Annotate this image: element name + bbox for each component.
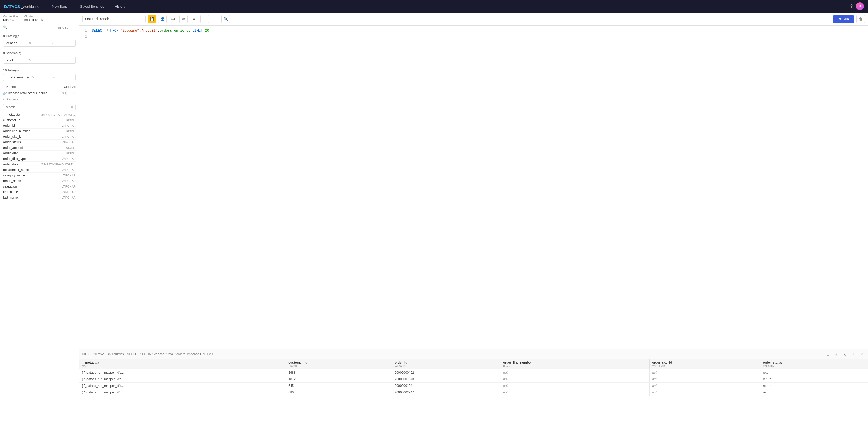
results-menu-icon[interactable]: ⋮ [850,351,857,357]
table-select[interactable]: orders_enriched ↻ ∨ [3,74,76,81]
catalog-refresh-icon[interactable]: ↻ [29,41,50,45]
results-header: 00:03 20 rows 45 columns SELECT * FROM "… [79,349,868,359]
column-row: order_amountBIGINT [3,145,76,150]
table-cell: null [649,369,760,376]
column-row: order_line_numberBIGINT [3,129,76,134]
sidebar-search-header: 🔍 Trino Sql ∧ [0,23,79,32]
col-type: BIGINT [66,146,76,149]
col-type: VARCHAR [62,179,76,182]
catalog-select[interactable]: icebase ↻ ∨ [3,39,76,46]
catalogs-label: 8 Catalog(s) [3,34,76,38]
pinned-refresh-icon[interactable]: ↻ [61,91,64,95]
table-row: { "_dataos_run_mapper_id":...64520000001… [79,383,868,389]
results-close-button[interactable]: ✕ [859,351,865,357]
table-refresh-icon[interactable]: ↻ [31,76,52,79]
catalog-value: icebase [5,41,27,45]
table-cell: 645 [286,383,392,389]
schema-section: 8 Schema(s) retail ↻ ∨ [0,49,79,66]
results-checkbox-icon[interactable]: ☐ [825,351,831,357]
table-row: { "_dataos_run_mapper_id":...68020000002… [79,389,868,396]
results-columns: 45 columns [107,352,124,356]
editor-area: 1 2 SELECT * FROM "icebase"."retail".ord… [79,26,868,348]
schema-chevron-icon[interactable]: ∨ [52,59,73,62]
schema-value: retail [5,58,27,62]
pinned-arrow-icon[interactable]: → [69,91,72,95]
table-cell: 20000001941 [392,383,500,389]
results-table-wrap[interactable]: __metadataMAPcustomer_idBIGINTorder_idVA… [79,359,868,444]
column-row: salutationVARCHAR [3,184,76,189]
pinned-table-icon[interactable]: ⊟ [65,91,68,95]
col-name: order_status [3,140,21,144]
column-row: order_disc_typeVARCHAR [3,156,76,162]
run-button[interactable]: ↻ Run [833,15,854,23]
collapse-icon[interactable]: ∧ [73,26,76,29]
trino-label: Trino Sql [8,25,71,30]
results-expand-icon[interactable]: ⤢ [833,351,839,357]
col-type: BIGINT [66,130,76,133]
increase-button[interactable]: + [211,15,219,23]
delete-button[interactable]: 🗑 [857,15,865,23]
sidebar: Connection Minerva Cluster miniature ✎ 🔍… [0,13,79,444]
connection-label: Connection [3,15,18,18]
table-cell: { "_dataos_run_mapper_id":... [79,389,286,396]
decrease-button[interactable]: − [200,15,209,23]
results-collapse-icon[interactable]: ∧ [842,351,848,357]
results-header-row: __metadataMAPcustomer_idBIGINTorder_idVA… [79,359,868,369]
clear-all-button[interactable]: Clear All [64,85,76,89]
save-button[interactable]: 💾 [148,15,156,23]
col-name: salutation [3,184,17,188]
run-icon: ↻ [838,17,841,21]
table-cell: null [500,389,649,396]
bench-title-input[interactable] [82,15,146,23]
tag-button[interactable]: 🏷 [169,15,177,23]
table-cell: 1688 [286,369,392,376]
table-row: { "_dataos_run_mapper_id":...18722000000… [79,376,868,383]
table-cell: null [500,383,649,389]
results-table-head: __metadataMAPcustomer_idBIGINTorder_idVA… [79,359,868,369]
column-search-input[interactable] [5,105,71,109]
col-type: MAP(VARCHAR, VARCH... [41,113,76,116]
code-content[interactable]: SELECT * FROM "icebase"."retail".orders_… [90,28,868,346]
results-query: SELECT * FROM "icebase"."retail".orders_… [127,352,822,356]
table-cell: null [649,383,760,389]
catalog-chevron-icon[interactable]: ∨ [52,41,73,45]
search-button[interactable]: 🔍 [221,15,230,23]
table-cell: { "_dataos_run_mapper_id":... [79,369,286,376]
col-name: order_line_number [3,129,30,133]
table-cell: 680 [286,389,392,396]
nav-history[interactable]: History [113,3,127,9]
schema-select[interactable]: retail ↻ ∨ [3,57,76,64]
search-clear-icon[interactable]: ✕ [71,105,73,109]
cluster-edit-icon[interactable]: ✎ [40,18,43,22]
results-column-header: customer_idBIGINT [286,359,392,369]
copy-button[interactable]: ⧉ [179,15,188,23]
cluster-label: Cluster [24,15,43,18]
toolbar: 💾 👤 🏷 ⧉ ≡ − + 🔍 ↻ Run 🗑 [79,13,868,26]
col-name: customer_id [3,118,20,122]
pinned-header: 1 Pinned Clear All [3,85,76,89]
nav-saved-benches[interactable]: Saved Benches [78,3,106,9]
column-row: last_nameVARCHAR [3,195,76,200]
help-icon[interactable]: ? [850,4,853,9]
nav-new-bench[interactable]: New Bench [50,3,71,9]
code-editor[interactable]: 1 2 SELECT * FROM "icebase"."retail".ord… [79,26,868,348]
user-avatar[interactable]: U [856,2,864,10]
col-type: BIGINT [66,118,76,122]
format-button[interactable]: ≡ [190,15,198,23]
table-cell: 20000000462 [392,369,500,376]
table-chevron-icon[interactable]: ∨ [53,76,73,79]
pinned-remove-icon[interactable]: ✕ [73,91,76,95]
column-row: order_discBIGINT [3,150,76,156]
schema-refresh-icon[interactable]: ↻ [29,59,50,62]
column-row: __metadataMAP(VARCHAR, VARCH... [3,112,76,117]
app-logo: DATAOS _workbench [4,4,41,9]
table-cell: return [760,383,868,389]
user-button[interactable]: 👤 [158,15,167,23]
pinned-item-actions: ↻ ⊟ → ✕ [61,91,76,95]
catalog-section: 8 Catalog(s) icebase ↻ ∨ [0,32,79,49]
cluster-item: Cluster miniature ✎ [24,15,43,22]
results-column-header: order_line_numberBIGINT [500,359,649,369]
link-icon: 🔗 [3,92,7,95]
results-time: 00:03 [82,352,90,356]
connection-value: Minerva [3,18,15,22]
